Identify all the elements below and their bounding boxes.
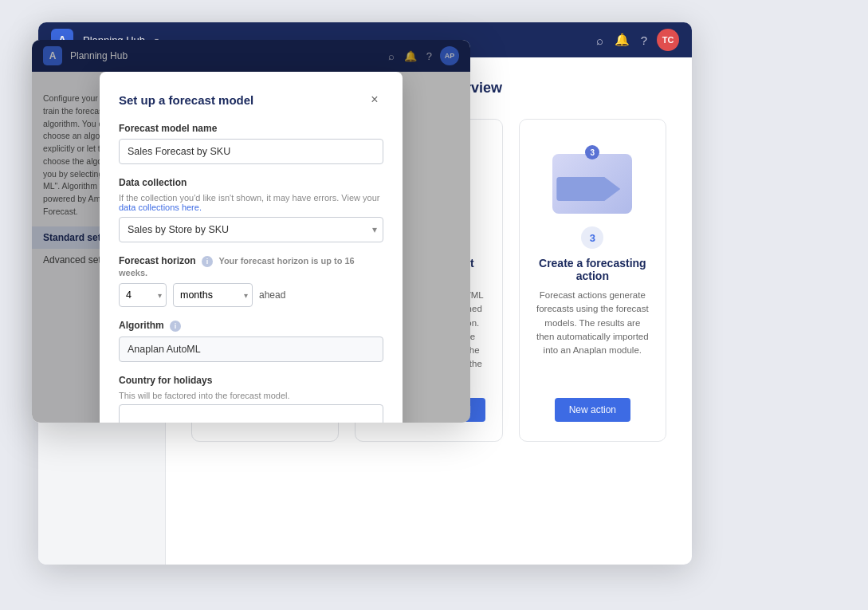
model-name-field: Forecast model name [119, 123, 383, 164]
front-window: A Planning Hub ⌕ 🔔 ? AP Configure your s… [32, 40, 470, 423]
data-collection-select-wrapper: Sales by Store by SKU ▾ [119, 217, 383, 242]
country-field: Country for holidays This will be factor… [119, 375, 383, 423]
back-topbar-icons: ⌕ 🔔 ? [596, 33, 647, 47]
card-illustration-3: 3 [548, 142, 636, 214]
data-collection-select[interactable]: Sales by Store by SKU [119, 217, 383, 242]
country-label: Country for holidays [119, 375, 383, 386]
new-action-button[interactable]: New action [555, 398, 630, 422]
horizon-ahead-label: ahead [259, 289, 285, 301]
model-name-input[interactable] [119, 139, 383, 164]
search-icon[interactable]: ⌕ [596, 33, 603, 47]
country-input[interactable] [119, 404, 383, 423]
country-sublabel: This will be factored into the forecast … [119, 391, 383, 400]
algorithm-info-icon[interactable]: i [170, 321, 181, 332]
data-collections-link[interactable]: data collections here. [119, 203, 202, 212]
model-name-label: Forecast model name [119, 123, 383, 134]
modal-overlay: Set up a forecast model × Forecast model… [32, 40, 470, 423]
algorithm-label: Algorithm i [119, 320, 383, 332]
card-desc-3: Forecast actions generate forecasts usin… [536, 289, 650, 385]
bell-icon[interactable]: 🔔 [615, 33, 630, 47]
horizon-num-select[interactable]: 4 1 2 3 5 6 [119, 283, 167, 307]
algorithm-field: Algorithm i [119, 320, 383, 362]
horizon-unit-wrapper: months days weeks ▾ [173, 283, 253, 307]
avatar: TC [657, 29, 679, 51]
front-layout: Configure your settings to train the for… [32, 72, 470, 423]
forecast-horizon-field: Forecast horizon i Your forecast horizon… [119, 255, 383, 307]
card-title-3: Create a forecasting action [536, 257, 650, 282]
card-step-badge-3: 3 [581, 226, 603, 249]
forecast-horizon-label: Forecast horizon i Your forecast horizon… [119, 255, 383, 278]
modal-header: Set up a forecast model × [119, 91, 383, 108]
help-icon[interactable]: ? [641, 33, 647, 47]
modal-close-button[interactable]: × [366, 91, 383, 108]
forecast-model-modal: Set up a forecast model × Forecast model… [100, 72, 403, 423]
data-collection-field: Data collection If the collection you'd … [119, 177, 383, 242]
forecast-horizon-info-icon[interactable]: i [202, 256, 213, 267]
data-collection-label: Data collection [119, 177, 383, 188]
card-forecasting-action: 3 3 Create a forecasting action Forecast… [519, 119, 666, 442]
horizon-unit-select[interactable]: months days weeks [173, 283, 253, 307]
data-collection-sublabel: If the collection you'd like isn't shown… [119, 193, 383, 212]
horizon-num-wrapper: 4 1 2 3 5 6 ▾ [119, 283, 167, 307]
modal-title: Set up a forecast model [119, 93, 253, 107]
algorithm-input[interactable] [119, 336, 383, 362]
horizon-row: 4 1 2 3 5 6 ▾ months [119, 283, 383, 307]
